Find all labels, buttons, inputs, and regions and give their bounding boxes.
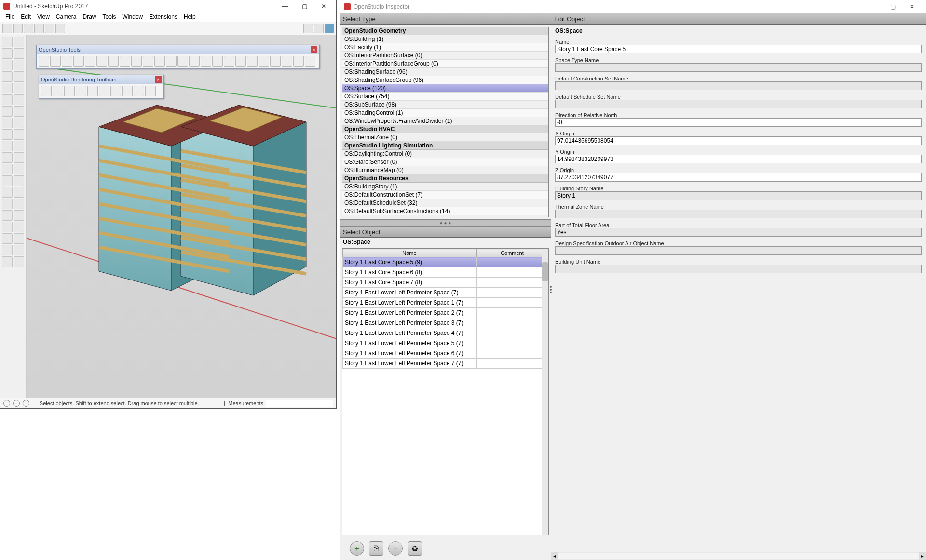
type-item[interactable]: OS:ThermalZone (0) [342, 133, 548, 142]
menu-file[interactable]: File [2, 13, 17, 21]
table-row[interactable]: Story 1 East Core Space 7 (8) [343, 278, 548, 288]
tool-button[interactable] [2, 233, 13, 244]
field-input[interactable] [555, 45, 922, 53]
tool-button[interactable] [2, 210, 13, 221]
type-item[interactable]: OS:ShadingSurface (96) [342, 68, 548, 76]
type-item[interactable]: OS:InteriorPartitionSurface (0) [342, 52, 548, 60]
tool-button[interactable] [2, 245, 13, 255]
tool-button[interactable] [2, 152, 13, 163]
os-tool-icon[interactable] [96, 56, 107, 67]
tb-back-icon[interactable] [45, 24, 54, 33]
os-render-icon[interactable] [122, 86, 133, 96]
tb-new-icon[interactable] [2, 24, 12, 33]
table-row[interactable]: Story 1 East Lower Left Perimeter Space … [343, 318, 548, 328]
close-button[interactable]: ✕ [902, 1, 922, 13]
viewport[interactable]: OpenStudio Tools× OpenStudio Rendering T… [27, 35, 336, 398]
type-item[interactable]: OS:Building (1) [342, 35, 548, 43]
os-tool-icon[interactable] [166, 56, 177, 67]
tool-button[interactable] [2, 199, 13, 209]
add-object-button[interactable]: ＋ [350, 541, 364, 556]
openstudio-rendering-panel[interactable]: OpenStudio Rendering Toolbars× [39, 75, 164, 99]
tool-button[interactable] [2, 48, 13, 59]
os-render-icon[interactable] [87, 86, 98, 96]
tool-button[interactable] [2, 141, 13, 151]
os-render-icon[interactable] [53, 86, 63, 96]
tool-button[interactable] [2, 222, 13, 232]
field-input[interactable] [555, 246, 922, 255]
os-tool-icon[interactable] [120, 56, 130, 67]
horizontal-splitter[interactable]: ● ● ● [340, 219, 551, 226]
tool-button[interactable] [14, 175, 24, 186]
building-model[interactable] [84, 98, 316, 310]
help-icon[interactable] [3, 400, 10, 407]
table-row[interactable]: Story 1 East Lower Left Perimeter Space … [343, 328, 548, 338]
object-table[interactable]: Name Comment Story 1 East Core Space 5 (… [342, 248, 549, 535]
table-row[interactable]: Story 1 East Lower Left Perimeter Space … [343, 308, 548, 318]
os-tool-icon[interactable] [293, 56, 304, 67]
titlebar[interactable]: Untitled - SketchUp Pro 2017 — ▢ ✕ [0, 0, 336, 12]
maximize-button[interactable]: ▢ [883, 1, 902, 13]
os-tool-icon[interactable] [270, 56, 281, 67]
os-tool-icon[interactable] [143, 56, 153, 67]
user-icon[interactable] [23, 400, 29, 407]
table-row[interactable]: Story 1 East Lower Left Perimeter Space … [343, 359, 548, 369]
tool-button[interactable] [2, 118, 13, 128]
minimize-button[interactable]: — [275, 0, 295, 12]
field-input[interactable] [555, 136, 922, 145]
scrollbar[interactable] [542, 249, 548, 535]
os-tool-icon[interactable] [247, 56, 258, 67]
table-row[interactable]: Story 1 East Lower Left Perimeter Space … [343, 288, 548, 298]
tool-button[interactable] [14, 245, 24, 255]
type-list[interactable]: OpenStudio GeometryOS:Building (1)OS:Fac… [342, 27, 549, 217]
type-item[interactable]: OS:DefaultConstructionSet (7) [342, 191, 548, 199]
menu-extensions[interactable]: Extensions [146, 13, 180, 21]
type-item[interactable]: OS:IlluminanceMap (0) [342, 166, 548, 174]
tb-open-icon[interactable] [13, 24, 23, 33]
remove-object-button[interactable]: − [388, 541, 403, 556]
tool-button[interactable] [2, 175, 13, 186]
os-tool-icon[interactable] [85, 56, 95, 67]
horizontal-scrollbar[interactable]: ◄► [551, 552, 926, 560]
tool-button[interactable] [14, 141, 24, 151]
field-input[interactable] [555, 228, 922, 237]
os-render-icon[interactable] [134, 86, 144, 96]
table-row[interactable]: Story 1 East Lower Left Perimeter Space … [343, 348, 548, 359]
tool-button[interactable] [14, 199, 24, 209]
tb-box-icon[interactable] [314, 24, 324, 33]
os-tool-icon[interactable] [189, 56, 200, 67]
tool-button[interactable] [14, 233, 24, 244]
tool-button[interactable] [14, 256, 24, 267]
tb-top-icon[interactable] [55, 24, 65, 33]
type-item[interactable]: OS:InteriorPartitionSurfaceGroup (0) [342, 60, 548, 68]
tool-button[interactable] [14, 37, 24, 47]
os-tool-icon[interactable] [305, 56, 315, 67]
tool-button[interactable] [2, 83, 13, 93]
tool-button[interactable] [2, 106, 13, 117]
type-item[interactable]: OS:SubSurface (98) [342, 101, 548, 109]
tool-button[interactable] [2, 187, 13, 198]
tool-button[interactable] [14, 94, 24, 105]
inspector-titlebar[interactable]: OpenStudio Inspector — ▢ ✕ [340, 0, 926, 13]
openstudio-tools-panel[interactable]: OpenStudio Tools× [36, 45, 320, 69]
os-tool-icon[interactable] [108, 56, 119, 67]
menu-view[interactable]: View [34, 13, 53, 21]
os-tool-icon[interactable] [212, 56, 223, 67]
type-item[interactable]: OS:WindowProperty:FrameAndDivider (1) [342, 117, 548, 125]
menu-edit[interactable]: Edit [18, 13, 34, 21]
field-input[interactable] [555, 100, 922, 108]
tool-button[interactable] [2, 60, 13, 70]
os-tool-icon[interactable] [201, 56, 211, 67]
field-input[interactable] [555, 81, 922, 90]
tb-globe-icon[interactable] [325, 24, 334, 33]
table-row[interactable]: Story 1 East Core Space 6 (8) [343, 267, 548, 278]
menu-help[interactable]: Help [181, 13, 199, 21]
tool-button[interactable] [14, 83, 24, 93]
os-render-icon[interactable] [64, 86, 75, 96]
maximize-button[interactable]: ▢ [295, 0, 314, 12]
close-icon[interactable]: × [311, 46, 317, 53]
col-comment[interactable]: Comment [476, 249, 548, 257]
os-tool-icon[interactable] [50, 56, 61, 67]
tool-button[interactable] [14, 129, 24, 140]
os-render-icon[interactable] [99, 86, 109, 96]
tool-button[interactable] [2, 256, 13, 267]
